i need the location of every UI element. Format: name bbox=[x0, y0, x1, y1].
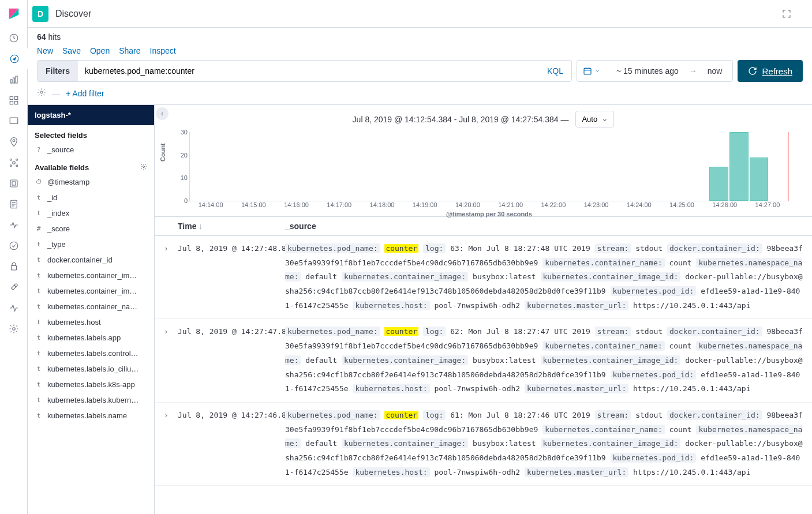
field-item[interactable]: t_index bbox=[28, 205, 154, 221]
maps-nav-icon[interactable] bbox=[0, 132, 28, 152]
hits-count: 64 bbox=[37, 32, 46, 42]
field-item[interactable]: tkubernetes.labels.kubern… bbox=[28, 392, 154, 408]
field-name: kubernetes.container_na… bbox=[47, 302, 137, 311]
kibana-logo[interactable] bbox=[0, 0, 28, 28]
field-item[interactable]: ?_source bbox=[28, 142, 154, 157]
open-button[interactable]: Open bbox=[90, 46, 110, 55]
svg-rect-19 bbox=[12, 182, 16, 185]
apm-nav-icon[interactable] bbox=[0, 215, 28, 235]
inspect-button[interactable]: Inspect bbox=[150, 46, 176, 55]
share-button[interactable]: Share bbox=[119, 46, 140, 55]
svg-rect-6 bbox=[16, 76, 17, 83]
query-input[interactable] bbox=[78, 61, 539, 81]
svg-rect-8 bbox=[14, 96, 17, 99]
svg-rect-9 bbox=[10, 102, 13, 104]
field-name: _id bbox=[47, 193, 57, 202]
field-name: docker.container_id bbox=[47, 256, 113, 264]
time-range-display: Jul 8, 2019 @ 14:12:54.384 - Jul 8, 2019… bbox=[353, 115, 569, 124]
monitoring-nav-icon[interactable] bbox=[0, 298, 28, 318]
field-name: @timestamp bbox=[47, 178, 89, 186]
histogram-bar[interactable] bbox=[729, 132, 749, 201]
time-range: ~ 15 minutes ago → now bbox=[606, 61, 732, 81]
svg-point-33 bbox=[143, 166, 145, 168]
discover-nav-icon[interactable] bbox=[0, 48, 28, 69]
histogram-header: Jul 8, 2019 @ 14:12:54.384 - Jul 8, 2019… bbox=[155, 105, 812, 130]
calendar-icon[interactable] bbox=[577, 61, 606, 81]
filter-settings-icon[interactable] bbox=[37, 88, 46, 99]
xtick: 14:25:00 bbox=[660, 201, 703, 208]
selected-fields-header: Selected fields bbox=[28, 125, 154, 142]
expand-row-button[interactable]: › bbox=[164, 325, 178, 396]
row-source: kubernetes.pod_name: counter log: 62: Mo… bbox=[285, 325, 803, 396]
field-item[interactable]: tkubernetes.labels.name bbox=[28, 408, 154, 423]
field-item[interactable]: tkubernetes.container_im… bbox=[28, 268, 154, 283]
field-item[interactable]: tkubernetes.labels.app bbox=[28, 330, 154, 346]
field-type-icon: t bbox=[35, 241, 43, 248]
table-row: ›Jul 8, 2019 @ 14:27:48.897kubernetes.po… bbox=[155, 236, 812, 319]
ml-nav-icon[interactable] bbox=[0, 152, 28, 173]
index-pattern-selector[interactable]: logstash-* bbox=[28, 105, 154, 125]
col-time[interactable]: Time ↓ bbox=[164, 222, 285, 231]
histogram-bar[interactable] bbox=[709, 167, 728, 201]
svg-rect-5 bbox=[13, 78, 14, 83]
field-item[interactable]: t_type bbox=[28, 237, 154, 252]
collapse-sidebar-button[interactable]: ‹ bbox=[156, 107, 169, 120]
field-item[interactable]: tkubernetes.labels.io_ciliu… bbox=[28, 361, 154, 377]
field-item[interactable]: tkubernetes.host bbox=[28, 314, 154, 330]
field-item[interactable]: tdocker.container_id bbox=[28, 252, 154, 268]
field-name: kubernetes.container_im… bbox=[47, 271, 137, 280]
field-item[interactable]: tkubernetes.container_im… bbox=[28, 283, 154, 299]
field-item[interactable]: tkubernetes.labels.k8s-app bbox=[28, 377, 154, 392]
field-name: _source bbox=[47, 145, 74, 154]
field-type-icon: t bbox=[35, 209, 43, 217]
table-row: ›Jul 8, 2019 @ 14:27:47.896kubernetes.po… bbox=[155, 319, 812, 402]
field-item[interactable]: tkubernetes.container_na… bbox=[28, 299, 154, 314]
recent-icon[interactable] bbox=[0, 28, 28, 48]
canvas-nav-icon[interactable] bbox=[0, 111, 28, 132]
logs-nav-icon[interactable] bbox=[0, 194, 28, 215]
xtick: 14:21:00 bbox=[489, 201, 532, 208]
doc-table: Time ↓ _source ›Jul 8, 2019 @ 14:27:48.8… bbox=[155, 216, 812, 486]
field-item[interactable]: #_score bbox=[28, 221, 154, 237]
xtick: 14:14:00 bbox=[189, 201, 232, 208]
field-item[interactable]: ⏱@timestamp bbox=[28, 174, 154, 190]
histogram-bar[interactable] bbox=[750, 157, 769, 201]
security-nav-icon[interactable] bbox=[0, 256, 28, 277]
save-button[interactable]: Save bbox=[62, 46, 81, 55]
time-picker[interactable]: ~ 15 minutes ago → now bbox=[577, 60, 733, 82]
field-filter-icon[interactable] bbox=[140, 163, 147, 172]
query-language-button[interactable]: KQL bbox=[539, 61, 571, 81]
svg-point-13 bbox=[12, 162, 15, 164]
field-type-icon: t bbox=[35, 287, 43, 295]
infra-nav-icon[interactable] bbox=[0, 173, 28, 194]
col-source[interactable]: _source bbox=[285, 222, 803, 231]
field-type-icon: ⏱ bbox=[35, 178, 43, 186]
field-type-icon: t bbox=[35, 365, 43, 373]
page-title: Discover bbox=[55, 9, 91, 19]
chart-ylabel: Count bbox=[159, 143, 166, 162]
topbar: D Discover bbox=[28, 0, 812, 28]
row-source: kubernetes.pod_name: counter log: 61: Mo… bbox=[285, 408, 803, 479]
global-sidenav bbox=[0, 0, 28, 514]
add-filter-button[interactable]: + Add filter bbox=[66, 89, 104, 98]
xtick: 14:20:00 bbox=[446, 201, 489, 208]
query-bar: Filters KQL ~ 15 minutes ago → now Refre… bbox=[28, 60, 812, 87]
filter-bar: — + Add filter bbox=[28, 87, 812, 105]
expand-row-button[interactable]: › bbox=[164, 242, 178, 313]
dashboard-nav-icon[interactable] bbox=[0, 90, 28, 111]
devtools-nav-icon[interactable] bbox=[0, 277, 28, 298]
new-button[interactable]: New bbox=[37, 46, 53, 55]
interval-select[interactable]: Auto bbox=[575, 111, 614, 127]
field-item[interactable]: tkubernetes.labels.control… bbox=[28, 346, 154, 361]
results-panel: ‹ Jul 8, 2019 @ 14:12:54.384 - Jul 8, 20… bbox=[155, 105, 812, 514]
refresh-button[interactable]: Refresh bbox=[738, 60, 803, 82]
fullscreen-icon[interactable] bbox=[773, 3, 800, 24]
svg-point-16 bbox=[10, 165, 12, 167]
expand-row-button[interactable]: › bbox=[164, 408, 178, 479]
field-item[interactable]: t_id bbox=[28, 190, 154, 205]
uptime-nav-icon[interactable] bbox=[0, 235, 28, 256]
toolbar: New Save Open Share Inspect bbox=[28, 46, 812, 60]
field-type-icon: t bbox=[35, 272, 43, 279]
management-nav-icon[interactable] bbox=[0, 318, 28, 339]
visualize-nav-icon[interactable] bbox=[0, 69, 28, 90]
